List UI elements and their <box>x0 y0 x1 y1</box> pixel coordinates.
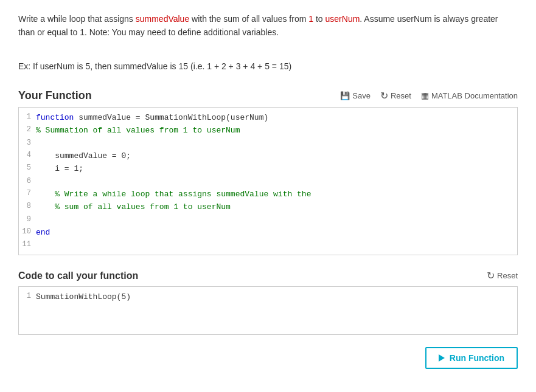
call-code-wrapper: 1 SummationWithLoop(5) <box>19 287 517 308</box>
save-label: Save <box>352 91 371 100</box>
line-num-1: 1 <box>19 112 36 121</box>
instruction-line2: than or equal to 1. Note: You may need t… <box>18 27 279 37</box>
call-code-editor[interactable]: 1 SummationWithLoop(5) <box>18 286 518 335</box>
code-line-11: 11 <box>19 239 517 251</box>
run-function-button[interactable]: Run Function <box>425 347 518 369</box>
code-content-2: % Summation of all values from 1 to user… <box>36 125 517 137</box>
line-num-8: 8 <box>19 201 36 210</box>
function-code-editor[interactable]: 1 function summedValue = SummationWithLo… <box>18 107 518 256</box>
doc-icon: ▦ <box>421 91 429 100</box>
code-line-4: 4 summedValue = 0; <box>19 150 517 163</box>
code-line-5: 5 i = 1; <box>19 162 517 176</box>
code-line-8: 8 % sum of all values from 1 to userNum <box>19 201 517 214</box>
reset-icon: ↻ <box>380 90 388 101</box>
highlight-summedValue: summedValue <box>136 14 189 24</box>
example-label: Ex: If userNum is 5, then summedValue is… <box>18 61 291 71</box>
your-function-header: Your Function Save ↻ Reset ▦ MATLAB Docu… <box>18 89 518 102</box>
code-content-1: function summedValue = SummationWithLoop… <box>36 112 517 124</box>
code-content-10: end <box>36 227 517 239</box>
reset-label: Reset <box>391 91 411 100</box>
run-section: Run Function <box>18 347 518 369</box>
call-reset-button[interactable]: ↻ Reset <box>487 270 518 281</box>
reset-button[interactable]: ↻ Reset <box>380 90 411 101</box>
your-function-title: Your Function <box>18 89 92 102</box>
code-line-6: 6 <box>19 176 517 188</box>
code-line-2: 2 % Summation of all values from 1 to us… <box>19 124 517 137</box>
instructions-text: Write a while loop that assigns summedVa… <box>18 12 517 40</box>
line-num-4: 4 <box>19 150 36 159</box>
line-num-11: 11 <box>19 239 36 249</box>
line-num-6: 6 <box>19 176 36 185</box>
call-code-line-1: 1 SummationWithLoop(5) <box>19 291 517 304</box>
line-num-7: 7 <box>19 188 36 198</box>
save-button[interactable]: Save <box>340 91 371 100</box>
code-line-9: 9 <box>19 214 517 226</box>
call-function-title: Code to call your function <box>18 270 138 281</box>
run-button-label: Run Function <box>450 353 504 363</box>
code-line-3: 3 <box>19 137 517 150</box>
play-icon <box>439 354 445 362</box>
call-code-content-1: SummationWithLoop(5) <box>36 291 517 303</box>
code-content-5: i = 1; <box>36 163 517 175</box>
save-icon <box>340 91 350 100</box>
code-content-8: % sum of all values from 1 to userNum <box>36 201 517 213</box>
highlight-userNum: userNum <box>325 14 360 24</box>
code-content-7: % Write a while loop that assigns summed… <box>36 188 517 201</box>
code-line-10: 10 end <box>19 226 517 239</box>
call-function-header: Code to call your function ↻ Reset <box>18 270 518 281</box>
line-num-2: 2 <box>19 125 36 134</box>
matlab-doc-label: MATLAB Documentation <box>431 91 518 100</box>
code-content-4: summedValue = 0; <box>36 150 517 162</box>
example-text: Ex: If userNum is 5, then summedValue is… <box>18 52 518 71</box>
line-num-10: 10 <box>19 227 36 236</box>
instruction-line1: Write a while loop that assigns summedVa… <box>18 14 498 24</box>
call-reset-icon: ↻ <box>487 270 495 281</box>
line-num-3: 3 <box>19 138 36 147</box>
call-reset-label: Reset <box>497 271 518 280</box>
line-num-5: 5 <box>19 163 36 172</box>
code-line-7: 7 % Write a while loop that assigns summ… <box>19 188 517 201</box>
function-toolbar: Save ↻ Reset ▦ MATLAB Documentation <box>340 90 518 101</box>
call-line-num-1: 1 <box>19 291 36 300</box>
highlight-1: 1 <box>308 14 313 24</box>
code-line-1: 1 function summedValue = SummationWithLo… <box>19 111 517 125</box>
code-lines-wrapper: 1 function summedValue = SummationWithLo… <box>19 108 517 255</box>
line-num-9: 9 <box>19 215 36 224</box>
matlab-doc-button[interactable]: ▦ MATLAB Documentation <box>421 91 518 100</box>
